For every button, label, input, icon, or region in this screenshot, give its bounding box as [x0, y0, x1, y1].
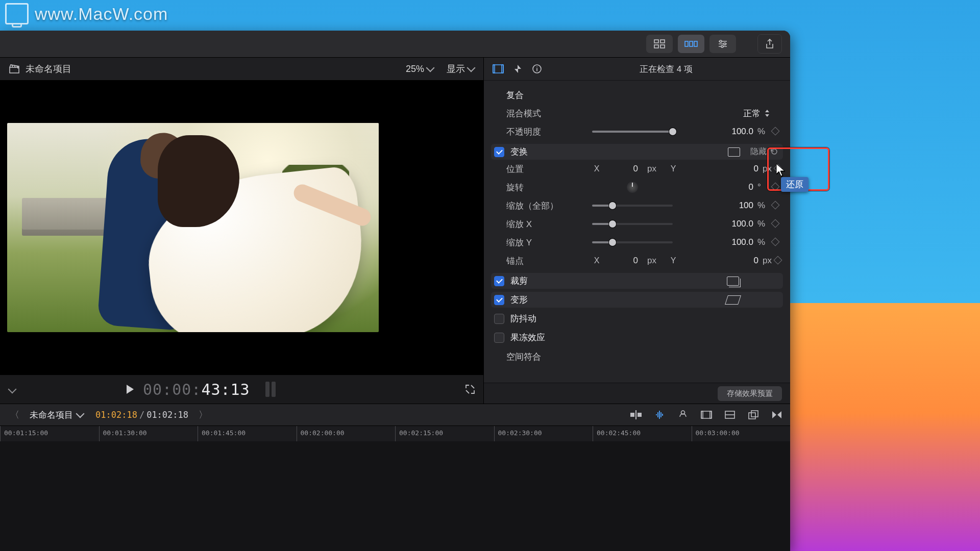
- watermark: www.MacW.com: [5, 3, 168, 24]
- scale-all-keyframe[interactable]: [770, 201, 781, 211]
- timeline-current-time: 01:02:18: [95, 410, 137, 420]
- stabilize-checkbox[interactable]: [494, 314, 504, 324]
- position-y-value[interactable]: 0: [731, 164, 758, 174]
- svg-point-8: [724, 43, 726, 45]
- timeline-index-button[interactable]: [724, 409, 736, 420]
- crop-onscreen-button[interactable]: [722, 277, 744, 286]
- stabilize-section-header[interactable]: 防抖动: [491, 311, 783, 327]
- timecode-dim: 00:00:: [143, 381, 201, 398]
- timeline-project-dropdown[interactable]: 未命名项目: [30, 409, 83, 421]
- scale-y-slider[interactable]: [592, 241, 673, 243]
- scale-all-value[interactable]: 100: [726, 201, 753, 211]
- svg-point-9: [721, 45, 723, 47]
- solo-button[interactable]: [677, 409, 689, 420]
- svg-rect-4: [685, 41, 688, 46]
- rotation-keyframe[interactable]: [770, 182, 781, 192]
- fullscreen-button[interactable]: [465, 384, 475, 394]
- anchor-label: 锚点: [506, 255, 592, 267]
- layout-adjust-button[interactable]: [709, 35, 736, 53]
- skimming-button[interactable]: [630, 409, 642, 420]
- scale-x-slider[interactable]: [592, 223, 673, 225]
- scale-y-row: 缩放 Y 100.0%: [491, 233, 783, 252]
- zoom-dropdown[interactable]: 25%: [406, 64, 433, 74]
- top-toolbar: [0, 31, 790, 58]
- anchor-row: 锚点 X 0 px Y 0px: [491, 252, 783, 270]
- chevron-down-icon: [76, 410, 85, 418]
- timeline-next-button[interactable]: 〉: [195, 409, 211, 421]
- position-x-value[interactable]: 0: [610, 164, 638, 174]
- position-row: 位置 X 0 px Y 0px: [491, 160, 783, 178]
- svg-rect-13: [502, 65, 503, 73]
- scale-y-keyframe[interactable]: [770, 237, 781, 247]
- timeline-duplicate-button[interactable]: [747, 409, 760, 420]
- crop-checkbox[interactable]: [494, 276, 504, 286]
- timecode-bright: 43:13: [201, 381, 250, 398]
- svg-rect-2: [654, 45, 658, 48]
- info-inspector-tab[interactable]: [531, 63, 543, 75]
- scale-x-keyframe[interactable]: [770, 219, 781, 229]
- transform-section-header[interactable]: 变换 隐藏: [491, 144, 783, 160]
- anchor-keyframe[interactable]: [775, 256, 781, 266]
- generator-inspector-tab[interactable]: [511, 63, 524, 75]
- scale-all-slider[interactable]: [592, 205, 673, 207]
- timeline-tools: [630, 409, 783, 420]
- zoom-value: 25%: [406, 64, 424, 74]
- timeline-body[interactable]: [0, 441, 790, 551]
- crop-section-header[interactable]: 裁剪: [491, 273, 783, 289]
- distort-onscreen-button[interactable]: [722, 295, 744, 305]
- distort-checkbox[interactable]: [494, 295, 504, 305]
- distort-section-header[interactable]: 变形: [491, 292, 783, 308]
- rotation-dial[interactable]: [627, 182, 638, 193]
- svg-rect-15: [630, 413, 634, 417]
- rotation-value[interactable]: 0: [726, 182, 753, 192]
- rolling-checkbox[interactable]: [494, 333, 504, 343]
- step-buttons[interactable]: [265, 382, 276, 397]
- scale-y-value[interactable]: 100.0: [726, 237, 753, 247]
- layout-filmstrip-button[interactable]: [678, 35, 704, 53]
- rolling-section-header[interactable]: 果冻效应: [491, 330, 783, 345]
- transform-onscreen-button[interactable]: [723, 147, 745, 157]
- rotation-label: 旋转: [506, 182, 592, 193]
- svg-rect-1: [660, 40, 665, 43]
- svg-rect-16: [635, 410, 636, 419]
- view-dropdown[interactable]: 显示: [447, 63, 474, 75]
- scale-x-value[interactable]: 100.0: [726, 219, 753, 229]
- opacity-keyframe[interactable]: [770, 127, 781, 137]
- rotation-row: 旋转 0°: [491, 178, 783, 196]
- audio-skimming-button[interactable]: [653, 409, 666, 420]
- timeline-bowtie-button[interactable]: [771, 409, 783, 420]
- transform-hide-link[interactable]: 隐藏: [750, 146, 767, 157]
- ruler-tick: 00:01:15:00: [4, 429, 48, 437]
- svg-rect-19: [701, 411, 703, 418]
- viewer-timecode[interactable]: 00:00:43:13: [143, 381, 250, 398]
- share-button[interactable]: [757, 34, 782, 54]
- crop-title: 裁剪: [510, 275, 722, 287]
- inspector-header: 正在检查 4 项: [484, 58, 790, 81]
- view-label: 显示: [447, 63, 465, 75]
- ruler-tick: 00:02:15:00: [399, 429, 443, 437]
- layout-grid-button[interactable]: [646, 35, 673, 53]
- stabilize-title: 防抖动: [510, 313, 780, 324]
- video-inspector-tab[interactable]: [492, 63, 504, 75]
- position-keyframe[interactable]: [775, 164, 781, 174]
- timeline-ruler[interactable]: 00:01:15:00 00:01:30:00 00:01:45:00 00:0…: [0, 425, 790, 441]
- chevron-down-icon: [426, 64, 435, 72]
- snapping-button[interactable]: [700, 409, 713, 420]
- play-button[interactable]: [127, 385, 134, 394]
- timeline-prev-button[interactable]: 〈: [7, 409, 22, 421]
- reset-tooltip: 还原: [781, 177, 808, 192]
- svg-point-7: [720, 40, 722, 42]
- project-title: 未命名项目: [26, 63, 71, 75]
- chevron-down-icon[interactable]: [8, 385, 17, 394]
- anchor-x-value[interactable]: 0: [610, 256, 638, 266]
- watermark-text: www.MacW.com: [35, 4, 168, 24]
- opacity-slider[interactable]: [592, 131, 673, 133]
- save-effect-preset-button[interactable]: 存储效果预置: [718, 386, 782, 401]
- viewer-canvas-area[interactable]: [0, 80, 483, 374]
- anchor-y-value[interactable]: 0: [731, 256, 758, 266]
- scale-x-row: 缩放 X 100.0%: [491, 215, 783, 233]
- blend-mode-dropdown[interactable]: 正常: [673, 108, 770, 119]
- transform-checkbox[interactable]: [494, 147, 504, 157]
- transform-reset-button[interactable]: [770, 147, 780, 157]
- opacity-value[interactable]: 100.0: [726, 127, 753, 137]
